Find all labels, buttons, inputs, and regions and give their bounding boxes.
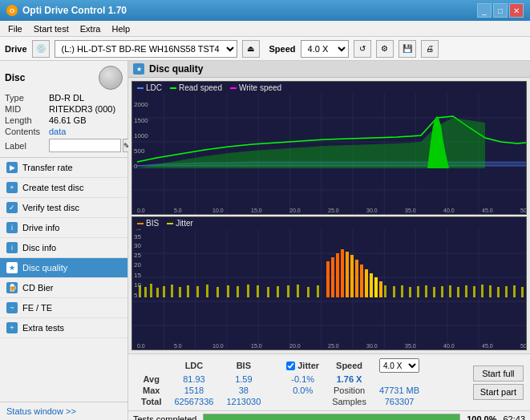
svg-rect-58 [150,284,152,297]
svg-rect-83 [355,260,358,297]
svg-text:20.0: 20.0 [289,343,301,349]
ldc-legend-dot [137,87,144,89]
svg-text:25: 25 [134,252,141,259]
start-part-button[interactable]: Start part [473,384,524,400]
menu-extra[interactable]: Extra [75,23,106,34]
disc-length-label: Length [5,115,49,125]
transfer-rate-icon: ▶ [6,162,18,173]
ldc-chart: LDC Read speed Write speed [131,81,527,215]
refresh-button[interactable]: ↺ [354,40,371,58]
nav-verify-test-disc-label: Verify test disc [22,203,79,212]
menu-start-test[interactable]: Start test [29,23,74,34]
stats-buttons: Start full Start part [473,365,524,400]
settings-button[interactable]: ⚙ [376,40,394,58]
svg-rect-74 [297,285,299,297]
svg-text:20.0: 20.0 [289,208,301,213]
nav-items: ▶ Transfer rate + Create test disc ✓ Ver… [0,158,127,402]
sidebar-item-verify-test-disc[interactable]: ✓ Verify test disc [0,198,127,218]
sidebar-item-extra-tests[interactable]: + Extra tests [0,318,127,338]
svg-rect-59 [156,288,159,297]
progress-bar-outer [203,414,460,420]
progress-time: 62:43 [503,414,525,420]
sidebar-item-disc-quality[interactable]: ★ Disc quality [0,258,127,278]
charts-title: Disc quality [149,63,203,75]
disc-type-value: BD-R DL [49,93,84,103]
disc-length-value: 46.61 GB [49,115,86,125]
sidebar-item-cd-bier[interactable]: 🍺 CD Bier [0,278,127,298]
maximize-button[interactable]: □ [493,3,508,18]
jitter-checkbox[interactable] [286,361,295,370]
total-label: Total [135,396,168,407]
stats-table: LDC BIS Jitter Speed [135,357,467,407]
position-label: Position [326,385,373,396]
col-header-ldc: LDC [168,357,220,374]
svg-rect-75 [307,287,310,297]
jitter-label: Jitter [297,361,319,370]
disc-info-icon: i [6,242,18,253]
svg-rect-70 [257,285,259,297]
svg-rect-92 [409,287,411,297]
svg-rect-78 [331,257,334,297]
position-val: 47731 MB [373,385,426,396]
nav-cd-bier-label: CD Bier [22,283,54,293]
total-jitter [280,396,326,407]
svg-rect-89 [384,285,386,297]
svg-text:40.0: 40.0 [443,208,455,213]
svg-rect-67 [227,285,229,297]
svg-rect-69 [247,285,249,297]
nav-transfer-rate-label: Transfer rate [22,163,73,172]
svg-text:50.0 GB: 50.0 GB [520,343,526,349]
drive-select[interactable]: (L:) HL-DT-ST BD-RE WH16NS58 TST4 [55,40,237,58]
avg-empty [267,374,280,385]
col-header-speed-select: 4.0 X [373,357,426,374]
sidebar-item-disc-info[interactable]: i Disc info [0,238,127,258]
svg-text:0.0: 0.0 [137,343,145,349]
bis-legend-dot [137,223,144,224]
menu-file[interactable]: File [3,23,27,34]
start-full-button[interactable]: Start full [473,365,524,382]
progress-bar-area: Tests completed 100.0% 62:43 [128,410,530,420]
svg-rect-94 [425,285,427,297]
svg-rect-97 [449,285,451,297]
bis-legend-item: BIS [137,219,159,228]
stats-max-row: Max 1518 38 0.0% Position 47731 MB [135,385,426,396]
stats-avg-row: Avg 81.93 1.59 -0.1% 1.76 X [135,374,426,385]
svg-rect-106 [521,287,524,297]
drive-icon-btn[interactable]: 💿 [32,40,50,58]
sidebar-item-create-test-disc[interactable]: + Create test disc [0,178,127,198]
stats-speed-select[interactable]: 4.0 X [379,358,419,373]
status-window-toggle[interactable]: Status window >> [0,402,127,420]
print-button[interactable]: 🖨 [421,40,439,58]
eject-button[interactable]: ⏏ [242,40,260,58]
col-header-empty [135,357,168,374]
charts-header: ★ Disc quality [128,61,530,78]
menu-help[interactable]: Help [107,23,135,34]
sidebar-item-transfer-rate[interactable]: ▶ Transfer rate [0,158,127,178]
svg-text:35: 35 [134,233,141,240]
svg-text:10.0: 10.0 [212,343,224,349]
disc-contents-label: Contents [5,127,49,136]
nav-disc-info-label: Disc info [22,243,56,252]
disc-label-row: Label ✎ [5,139,123,152]
svg-text:25.0: 25.0 [328,343,339,349]
max-ldc: 1518 [168,385,220,396]
minimize-button[interactable]: _ [477,3,492,18]
svg-rect-80 [341,249,344,297]
disc-label-label: Label [5,141,49,151]
col-header-empty2 [267,357,280,374]
sidebar-item-drive-info[interactable]: i Drive info [0,218,127,238]
sidebar-item-fe-te[interactable]: ~ FE / TE [0,298,127,318]
max-bis: 38 [220,385,267,396]
close-button[interactable]: ✕ [509,3,524,18]
svg-rect-61 [171,285,173,297]
svg-rect-66 [216,287,219,297]
speed-select[interactable]: 4.0 X [301,40,349,58]
toolbar: Drive 💿 (L:) HL-DT-ST BD-RE WH16NS58 TST… [0,37,530,61]
disc-label-input[interactable] [49,139,121,152]
svg-text:10: 10 [134,281,141,289]
write-speed-legend-item: Write speed [230,83,281,92]
save-button[interactable]: 💾 [399,40,416,58]
svg-text:35.0: 35.0 [405,343,416,349]
disc-length-row: Length 46.61 GB [5,115,123,125]
read-speed-legend-label: Read speed [179,83,222,92]
